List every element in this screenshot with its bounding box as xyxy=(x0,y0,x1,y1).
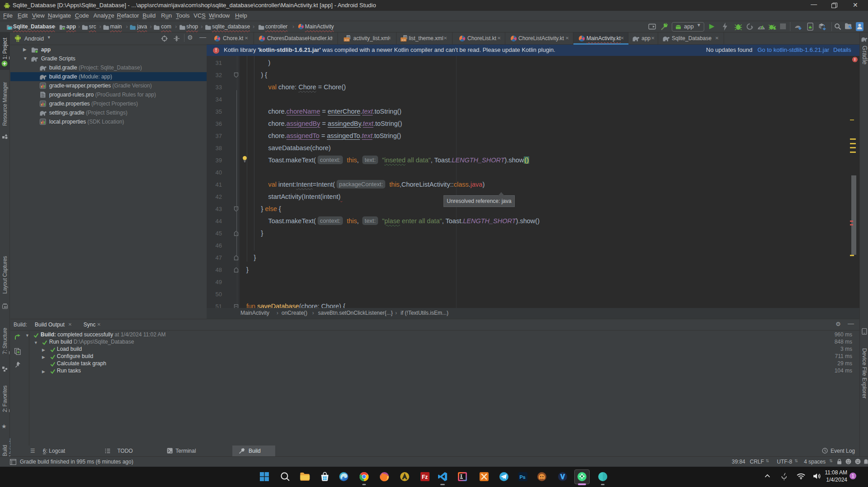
svg-text:<>: <> xyxy=(402,38,406,42)
svg-text:Ps: Ps xyxy=(520,474,526,480)
svg-text:<>: <> xyxy=(345,38,349,42)
svg-text:Fz: Fz xyxy=(422,474,428,480)
